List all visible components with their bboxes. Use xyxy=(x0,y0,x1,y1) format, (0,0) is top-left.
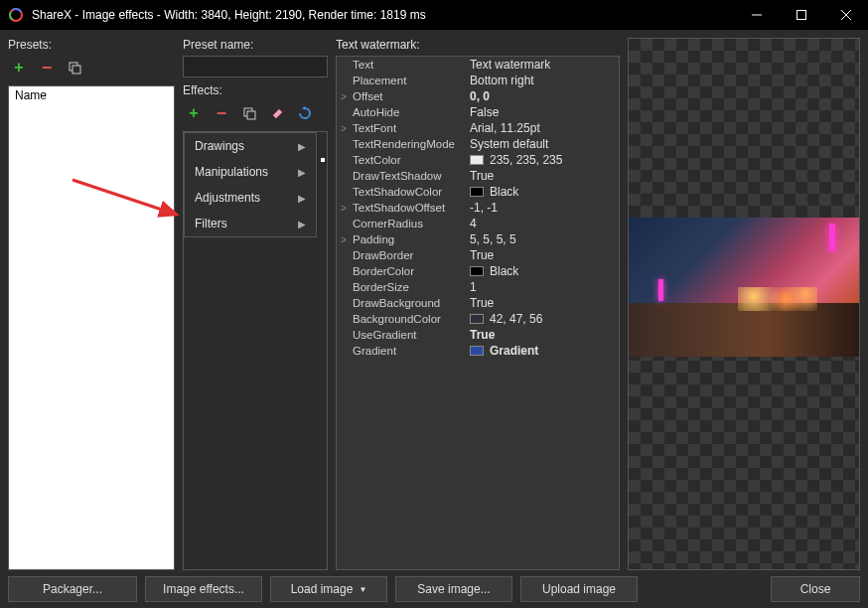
property-value[interactable]: 235, 235, 235 xyxy=(470,153,619,167)
property-name: BackgroundColor xyxy=(351,313,470,325)
property-name: TextShadowOffset xyxy=(351,202,470,214)
property-row[interactable]: BorderColorBlack xyxy=(337,263,619,279)
property-value[interactable]: Black xyxy=(470,185,619,199)
property-name: DrawTextShadow xyxy=(351,170,470,182)
effects-dropdown-menu: Drawings▶ Manipulations▶ Adjustments▶ Fi… xyxy=(184,132,317,237)
property-row[interactable]: TextText watermark xyxy=(337,57,619,73)
image-effects-button[interactable]: Image effects... xyxy=(145,576,262,602)
property-row[interactable]: >Padding5, 5, 5, 5 xyxy=(337,231,619,247)
save-image-button[interactable]: Save image... xyxy=(395,576,512,602)
property-value[interactable]: Bottom right xyxy=(470,74,619,87)
property-value[interactable]: Gradient xyxy=(470,344,619,358)
menu-item-adjustments[interactable]: Adjustments▶ xyxy=(185,185,316,211)
load-image-button[interactable]: Load image▼ xyxy=(270,576,387,602)
preview-image xyxy=(629,303,859,357)
sharex-logo-icon xyxy=(8,7,24,23)
color-swatch xyxy=(470,346,484,356)
window-title: ShareX - Image effects - Width: 3840, He… xyxy=(32,8,734,22)
property-value[interactable]: 0, 0 xyxy=(470,89,619,103)
property-name: DrawBackground xyxy=(351,297,470,309)
effect-refresh-button[interactable] xyxy=(294,102,316,124)
effect-clear-button[interactable] xyxy=(266,102,288,124)
property-name: Text xyxy=(351,59,470,71)
preset-item[interactable]: Name xyxy=(9,86,174,104)
property-name: UseGradient xyxy=(351,329,470,341)
menu-item-filters[interactable]: Filters▶ xyxy=(185,211,316,236)
plus-icon: + xyxy=(14,59,23,76)
property-name: TextShadowColor xyxy=(351,186,470,198)
property-value[interactable]: 4 xyxy=(470,217,619,230)
expand-icon: > xyxy=(337,123,351,134)
upload-image-button[interactable]: Upload image xyxy=(520,576,638,602)
effect-duplicate-button[interactable] xyxy=(238,102,260,124)
titlebar: ShareX - Image effects - Width: 3840, He… xyxy=(0,0,868,30)
minus-icon: − xyxy=(42,58,53,78)
property-row[interactable]: CornerRadius4 xyxy=(337,216,619,231)
property-row[interactable]: >TextShadowOffset-1, -1 xyxy=(337,200,619,216)
property-value[interactable]: True xyxy=(470,169,619,183)
property-value[interactable]: Text watermark xyxy=(470,58,619,72)
property-row[interactable]: AutoHideFalse xyxy=(337,104,619,120)
submenu-arrow-icon: ▶ xyxy=(298,193,306,204)
preset-copy-button[interactable] xyxy=(64,57,85,78)
property-row[interactable]: PlacementBottom right xyxy=(337,73,619,88)
property-row[interactable]: BorderSize1 xyxy=(337,279,619,295)
color-swatch xyxy=(470,187,484,197)
preview-panel[interactable] xyxy=(628,38,860,570)
effect-add-button[interactable]: + xyxy=(183,102,205,124)
presets-label: Presets: xyxy=(8,38,175,52)
preset-name-label: Preset name: xyxy=(183,38,328,52)
property-value[interactable]: Black xyxy=(470,264,619,278)
property-row[interactable]: GradientGradient xyxy=(337,343,619,359)
property-row[interactable]: >TextFontArial, 11.25pt xyxy=(337,120,619,136)
property-value[interactable]: System default xyxy=(470,137,619,151)
minimize-button[interactable] xyxy=(734,0,779,30)
property-row[interactable]: >Offset0, 0 xyxy=(337,88,619,104)
preset-remove-button[interactable]: − xyxy=(36,57,58,78)
property-row[interactable]: DrawBorderTrue xyxy=(337,247,619,263)
property-row[interactable]: DrawBackgroundTrue xyxy=(337,295,619,311)
property-row[interactable]: DrawTextShadowTrue xyxy=(337,168,619,184)
property-row[interactable]: UseGradientTrue xyxy=(337,327,619,343)
minus-icon: − xyxy=(217,103,227,124)
preset-name-input[interactable] xyxy=(183,56,328,77)
copy-icon xyxy=(68,61,81,75)
effects-label: Effects: xyxy=(183,83,328,97)
property-name: Padding xyxy=(351,233,470,245)
property-value[interactable]: 42, 47, 56 xyxy=(470,312,619,326)
copy-icon xyxy=(242,106,256,120)
property-row[interactable]: TextColor235, 235, 235 xyxy=(337,152,619,168)
property-value[interactable]: True xyxy=(470,248,619,262)
svg-rect-4 xyxy=(796,11,805,20)
effects-list[interactable]: Drawings▶ Manipulations▶ Adjustments▶ Fi… xyxy=(183,131,328,570)
menu-item-manipulations[interactable]: Manipulations▶ xyxy=(185,159,316,185)
property-value[interactable]: Arial, 11.25pt xyxy=(470,121,619,135)
plus-icon: + xyxy=(189,104,198,122)
property-value[interactable]: False xyxy=(470,105,619,119)
property-name: Offset xyxy=(351,90,470,102)
property-name: Gradient xyxy=(351,345,470,357)
menu-item-drawings[interactable]: Drawings▶ xyxy=(185,133,316,159)
packager-button[interactable]: Packager... xyxy=(8,576,137,602)
property-value[interactable]: True xyxy=(470,296,619,310)
property-row[interactable]: TextShadowColorBlack xyxy=(337,184,619,200)
refresh-icon xyxy=(298,106,312,120)
preset-add-button[interactable]: + xyxy=(8,57,30,78)
property-row[interactable]: TextRenderingModeSystem default xyxy=(337,136,619,152)
property-value[interactable]: 1 xyxy=(470,280,619,294)
presets-list[interactable]: Name xyxy=(8,85,175,570)
property-grid[interactable]: TextText watermarkPlacementBottom right>… xyxy=(336,56,620,570)
dropdown-arrow-icon: ▼ xyxy=(359,585,366,594)
property-name: DrawBorder xyxy=(351,249,470,261)
property-value[interactable]: 5, 5, 5, 5 xyxy=(470,232,619,246)
property-row[interactable]: BackgroundColor42, 47, 56 xyxy=(337,311,619,327)
property-value[interactable]: True xyxy=(470,328,619,342)
close-button[interactable]: Close xyxy=(771,576,860,602)
property-value[interactable]: -1, -1 xyxy=(470,201,619,215)
submenu-arrow-icon: ▶ xyxy=(298,219,306,229)
maximize-button[interactable] xyxy=(779,0,823,30)
effect-remove-button[interactable]: − xyxy=(211,102,232,124)
color-swatch xyxy=(470,155,484,165)
eraser-icon xyxy=(270,106,284,120)
close-window-button[interactable] xyxy=(823,0,868,30)
